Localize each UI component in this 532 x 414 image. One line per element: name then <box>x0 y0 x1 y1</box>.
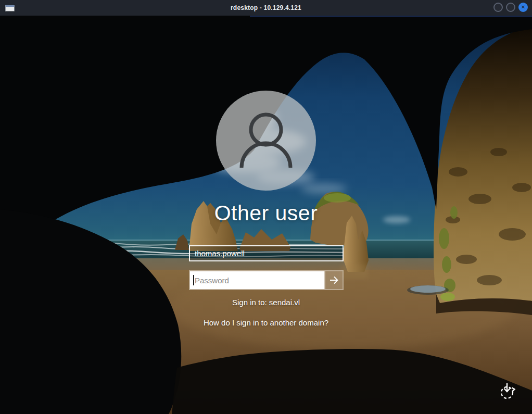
window-titlebar[interactable]: rdesktop - 10.129.4.121 ✕ <box>0 0 532 16</box>
window-title: rdesktop - 10.129.4.121 <box>0 4 532 11</box>
maximize-button[interactable] <box>506 3 515 12</box>
rdesktop-window-icon <box>5 5 15 11</box>
remote-desktop-screen: Other user Sign in to: sendai.vl How do … <box>0 16 532 414</box>
user-avatar-icon <box>216 91 316 191</box>
close-button[interactable]: ✕ <box>518 3 528 12</box>
arrow-right-icon <box>328 274 340 286</box>
minimize-button[interactable] <box>493 3 503 12</box>
password-input[interactable] <box>190 271 324 289</box>
update-restart-button[interactable] <box>497 381 518 402</box>
close-icon: ✕ <box>521 4 525 10</box>
sign-in-to-text: Sign in to: sendai.vl <box>0 298 532 307</box>
window-controls: ✕ <box>493 3 528 12</box>
update-restart-icon <box>498 381 517 402</box>
domain-help-link[interactable]: How do I sign in to another domain? <box>0 318 532 327</box>
submit-button[interactable] <box>324 271 343 289</box>
avatar <box>216 91 316 191</box>
other-user-label: Other user <box>0 201 532 225</box>
password-row <box>189 270 344 290</box>
password-caret <box>193 275 194 285</box>
username-input[interactable] <box>189 245 344 261</box>
rdesktop-window: rdesktop - 10.129.4.121 ✕ <box>0 0 532 414</box>
